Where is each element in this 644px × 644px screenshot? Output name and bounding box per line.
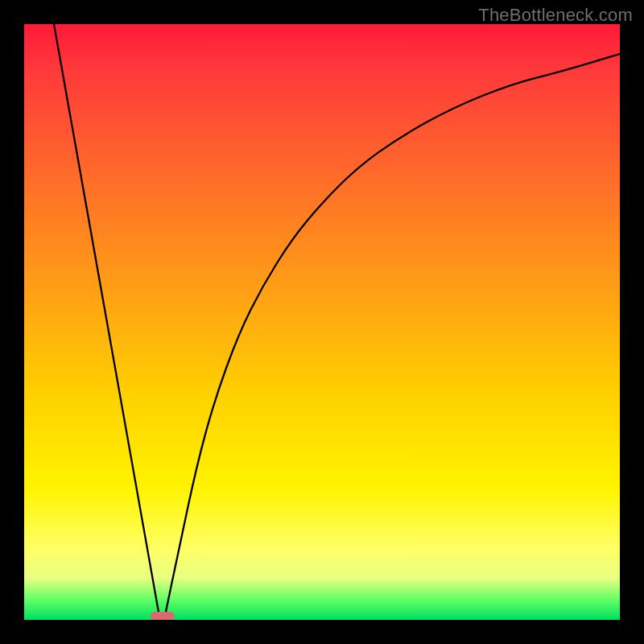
plot-area bbox=[24, 24, 620, 620]
bottleneck-curve bbox=[24, 24, 620, 620]
curve-path bbox=[54, 24, 620, 620]
chart-frame: TheBottleneck.com bbox=[0, 0, 644, 644]
watermark: TheBottleneck.com bbox=[478, 5, 633, 26]
optimal-marker bbox=[151, 612, 175, 620]
